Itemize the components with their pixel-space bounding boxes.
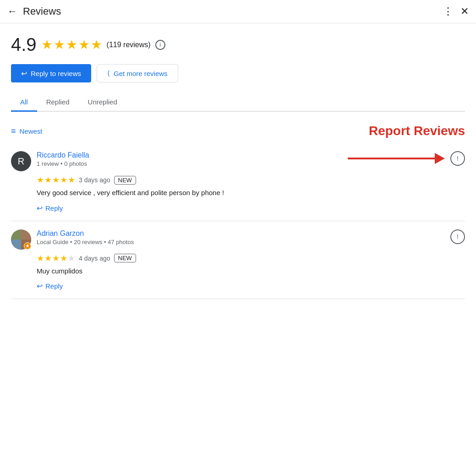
r1-star-5: ★ — [68, 175, 75, 185]
review-text-2: Muy cumplidos — [37, 266, 465, 277]
rating-score: 4.9 — [11, 34, 37, 55]
arrow-head — [435, 153, 445, 164]
r2-star-1: ★ — [37, 253, 44, 263]
reviewer-right-1: ! — [450, 151, 465, 166]
r1-star-2: ★ — [44, 175, 52, 185]
reviewer-info-2: Adrian Garzon Local Guide • 20 reviews •… — [37, 229, 134, 245]
share-icon: ⟨ — [107, 69, 110, 77]
review-stars-2: ★ ★ ★ ★ ★ — [37, 253, 75, 263]
reviewer-left-1: R Riccardo Faiella 1 review • 0 photos — [11, 151, 89, 171]
header: ← Reviews ⋮ ✕ — [0, 0, 476, 23]
header-icons: ⋮ ✕ — [443, 5, 469, 17]
reviewer-row-1: R Riccardo Faiella 1 review • 0 photos ! — [11, 151, 465, 171]
local-guide-badge: ★ — [24, 242, 31, 250]
tab-all[interactable]: All — [11, 93, 37, 112]
new-badge-1: NEW — [114, 176, 136, 185]
reviewer-row-2: ★ Adrian Garzon Local Guide • 20 reviews… — [11, 229, 465, 250]
review-stars-row-1: ★ ★ ★ ★ ★ 3 days ago NEW — [37, 175, 465, 185]
reply-label-2: Reply — [45, 282, 63, 290]
rating-stars: ★ ★ ★ ★ ★ — [41, 37, 102, 52]
report-reviews-annotation: Report Reviews — [369, 124, 465, 138]
star-5: ★ — [91, 37, 102, 52]
reviewer-meta-2: Local Guide • 20 reviews • 47 photos — [37, 239, 134, 245]
r1-star-4: ★ — [60, 175, 67, 185]
reply-label-1: Reply — [45, 204, 63, 212]
r2-star-3: ★ — [52, 253, 60, 263]
report-button-1[interactable]: ! — [450, 151, 465, 166]
info-icon[interactable]: i — [155, 40, 165, 50]
sort-row: ≡ Newest Report Reviews — [0, 117, 476, 143]
rating-section: 4.9 ★ ★ ★ ★ ★ (119 reviews) i ↩ Reply to… — [0, 23, 476, 117]
sort-button[interactable]: ≡ Newest — [11, 126, 43, 136]
report-button-2[interactable]: ! — [450, 229, 465, 244]
reply-button-2[interactable]: ↩ Reply — [37, 282, 465, 290]
review-count: (119 reviews) — [107, 41, 151, 49]
review-item-2: ★ Adrian Garzon Local Guide • 20 reviews… — [11, 221, 465, 300]
reviewer-left-2: ★ Adrian Garzon Local Guide • 20 reviews… — [11, 229, 134, 250]
reply-arrow-icon-2: ↩ — [37, 282, 43, 290]
reply-arrow-icon-1: ↩ — [37, 204, 43, 213]
r1-star-1: ★ — [37, 175, 44, 185]
tab-unreplied[interactable]: Unreplied — [79, 93, 126, 112]
r2-star-5: ★ — [68, 253, 75, 263]
local-guide-icon: ★ — [26, 244, 29, 248]
header-left: ← Reviews — [7, 5, 61, 17]
r2-star-4: ★ — [60, 253, 67, 263]
close-icon[interactable]: ✕ — [460, 5, 469, 17]
star-4: ★ — [78, 37, 90, 52]
r2-star-2: ★ — [44, 253, 52, 263]
arrow-line — [348, 158, 435, 159]
reply-to-reviews-label: Reply to reviews — [31, 70, 81, 77]
sort-label: Newest — [20, 127, 43, 135]
get-more-reviews-button[interactable]: ⟨ Get more reviews — [97, 64, 178, 82]
avatar-1: R — [11, 151, 31, 171]
more-icon[interactable]: ⋮ — [443, 5, 453, 17]
r1-star-3: ★ — [52, 175, 60, 185]
back-icon[interactable]: ← — [7, 5, 17, 17]
star-3: ★ — [66, 37, 77, 52]
review-stars-1: ★ ★ ★ ★ ★ — [37, 175, 75, 185]
review-time-1: 3 days ago — [79, 176, 110, 184]
arrow-annotation — [348, 153, 445, 164]
review-time-2: 4 days ago — [79, 255, 110, 262]
star-1: ★ — [41, 37, 53, 52]
reviewer-name-2[interactable]: Adrian Garzon — [37, 229, 134, 238]
get-more-reviews-label: Get more reviews — [114, 70, 168, 77]
reviewer-name-1[interactable]: Riccardo Faiella — [37, 151, 89, 159]
reply-icon: ↩ — [21, 69, 27, 78]
page-title: Reviews — [23, 5, 61, 17]
review-text-1: Very good service , very efficient and p… — [37, 188, 465, 198]
action-buttons: ↩ Reply to reviews ⟨ Get more reviews — [11, 64, 465, 82]
tabs-row: All Replied Unreplied — [11, 93, 465, 112]
avatar-wrapper-2: ★ — [11, 229, 31, 250]
reviews-list: R Riccardo Faiella 1 review • 0 photos !… — [0, 143, 476, 299]
review-item: R Riccardo Faiella 1 review • 0 photos !… — [11, 143, 465, 221]
rating-row: 4.9 ★ ★ ★ ★ ★ (119 reviews) i — [11, 34, 465, 55]
new-badge-2: NEW — [114, 254, 136, 262]
reply-button-1[interactable]: ↩ Reply — [37, 204, 465, 213]
reviewer-meta-1: 1 review • 0 photos — [37, 160, 89, 167]
reply-to-reviews-button[interactable]: ↩ Reply to reviews — [11, 64, 91, 82]
reviewer-info-1: Riccardo Faiella 1 review • 0 photos — [37, 151, 89, 167]
sort-icon: ≡ — [11, 126, 16, 136]
review-stars-row-2: ★ ★ ★ ★ ★ 4 days ago NEW — [37, 253, 465, 263]
tab-replied[interactable]: Replied — [37, 93, 79, 112]
star-2: ★ — [54, 37, 65, 52]
